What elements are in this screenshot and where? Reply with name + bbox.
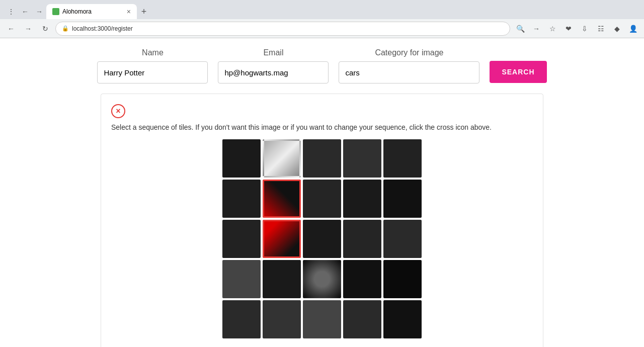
name-field-group: Name [97, 48, 208, 83]
category-field-group: Category for image [339, 48, 479, 83]
tile-row2-col1[interactable] [222, 180, 261, 218]
name-label: Name [142, 48, 164, 57]
captcha-instruction: Select a sequence of tiles. If you don't… [111, 123, 533, 131]
tile-row3-col5[interactable] [383, 220, 422, 258]
lock-icon: 🔒 [62, 25, 69, 32]
category-input[interactable] [339, 61, 479, 83]
tab-favicon [52, 8, 59, 15]
grid-btn[interactable]: ☷ [594, 22, 608, 36]
download-icon[interactable]: ⇩ [578, 22, 592, 36]
tile-row3-col3[interactable] [303, 220, 341, 258]
tile-row5-col1[interactable] [222, 300, 261, 338]
tile-row1-col5[interactable] [383, 139, 422, 178]
toolbar-icons: 🔍 → ☆ ❤ ⇩ ☷ ◆ 👤 [513, 22, 640, 36]
nav-back-btn[interactable]: ← [4, 22, 18, 36]
tile-row2-col2[interactable] [263, 180, 301, 218]
tile-row2-col4[interactable] [343, 180, 381, 218]
tab-menu-btn[interactable]: ⋮ [4, 5, 18, 19]
new-tab-btn[interactable]: + [137, 5, 151, 19]
bookmark-btn[interactable]: ☆ [545, 22, 559, 36]
tile-row3-col2[interactable] [263, 220, 301, 258]
captcha-container: × Select a sequence of tiles. If you don… [101, 94, 543, 347]
profile-btn[interactable]: 👤 [626, 22, 640, 36]
tile-row5-col4[interactable] [343, 300, 381, 338]
email-label: Email [263, 48, 283, 57]
url-text: localhost:3000/register [72, 25, 133, 32]
zoom-icon[interactable]: 🔍 [513, 22, 527, 36]
tile-row4-col2[interactable] [263, 260, 301, 298]
category-label: Category for image [375, 48, 443, 57]
tile-row2-col3[interactable] [303, 180, 341, 218]
tab-back-btn[interactable]: ← [18, 5, 32, 19]
email-input[interactable] [218, 61, 329, 83]
tile-row3-col4[interactable] [343, 220, 381, 258]
tab-close-btn[interactable]: × [127, 8, 131, 16]
nav-forward-btn[interactable]: → [21, 22, 35, 36]
tile-row1-col3[interactable] [303, 139, 341, 178]
browser-tabs: ⋮ ← → Alohomora × + [0, 0, 644, 19]
captcha-close-btn[interactable]: × [111, 104, 125, 118]
active-tab[interactable]: Alohomora × [46, 4, 137, 19]
tab-forward-btn[interactable]: → [32, 5, 46, 19]
tile-row2-col5[interactable] [383, 180, 422, 218]
form-section: Name Email Category for image SEARCH [10, 48, 634, 83]
tile-row5-col5[interactable] [383, 300, 422, 338]
browser-toolbar: ← → ↻ 🔒 localhost:3000/register 🔍 → ☆ ❤ … [0, 19, 644, 38]
tile-row4-col1[interactable] [222, 260, 261, 298]
tile-row1-col1[interactable] [222, 139, 261, 178]
browser-window: ⋮ ← → Alohomora × + ← → ↻ 🔒 localhost:30… [0, 0, 644, 38]
tile-row4-col3[interactable] [303, 260, 341, 298]
heart-btn[interactable]: ❤ [561, 22, 576, 36]
tile-grid [222, 139, 422, 338]
email-field-group: Email [218, 48, 329, 83]
tile-row5-col2[interactable] [263, 300, 301, 338]
tile-row4-col5[interactable] [383, 260, 422, 298]
tile-row1-col4[interactable] [343, 139, 381, 178]
address-bar[interactable]: 🔒 localhost:3000/register [55, 22, 510, 36]
page-content: Name Email Category for image SEARCH × S… [0, 38, 644, 347]
tile-row5-col3[interactable] [303, 300, 341, 338]
name-input[interactable] [97, 61, 208, 83]
search-button[interactable]: SEARCH [490, 61, 546, 83]
nav-pin-btn[interactable]: → [529, 22, 543, 36]
nav-refresh-btn[interactable]: ↻ [38, 22, 52, 36]
tab-title: Alohomora [62, 8, 92, 15]
tile-row3-col1[interactable] [222, 220, 261, 258]
ext-btn[interactable]: ◆ [610, 22, 624, 36]
tile-row1-col2[interactable] [263, 139, 301, 178]
tile-row4-col4[interactable] [343, 260, 381, 298]
